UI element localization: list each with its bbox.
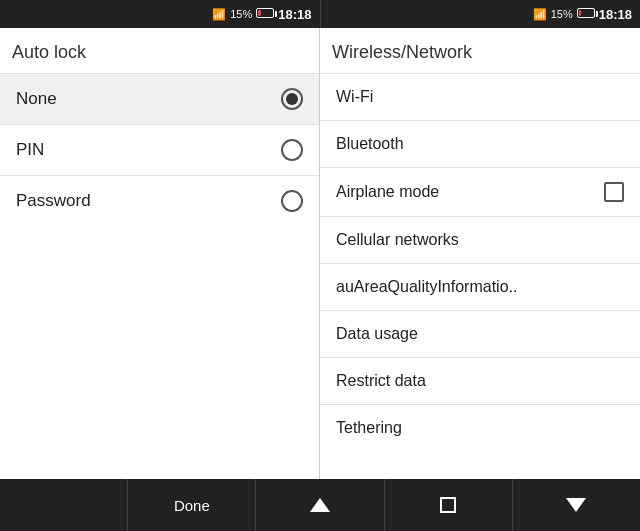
- airplane-mode-checkbox[interactable]: [604, 182, 624, 202]
- left-bottom-bar: [0, 479, 128, 531]
- battery-icon-left: [256, 7, 274, 21]
- time-left: 18:18: [278, 7, 311, 22]
- left-status-bar: 📶 15% 18:18: [0, 0, 321, 28]
- bluetooth-item[interactable]: Bluetooth: [320, 120, 640, 167]
- left-panel: Auto lock None PIN Password: [0, 28, 320, 479]
- nav-stop-bar[interactable]: [385, 479, 513, 531]
- tethering-label: Tethering: [336, 419, 402, 437]
- nav-down-bar[interactable]: [513, 479, 640, 531]
- bluetooth-label: Bluetooth: [336, 135, 404, 153]
- sim-icon-left: 📶: [212, 8, 226, 21]
- autolock-pin-item[interactable]: PIN: [0, 124, 319, 175]
- au-area-item[interactable]: auAreaQualityInformatio..: [320, 263, 640, 310]
- autolock-password-label: Password: [16, 191, 91, 211]
- done-button[interactable]: Done: [174, 497, 210, 514]
- data-usage-label: Data usage: [336, 325, 418, 343]
- wifi-label: Wi-Fi: [336, 88, 373, 106]
- airplane-mode-item[interactable]: Airplane mode: [320, 167, 640, 216]
- sim-icon-right: 📶: [533, 8, 547, 21]
- battery-percent-left: 15%: [230, 8, 252, 20]
- restrict-data-item[interactable]: Restrict data: [320, 357, 640, 404]
- wifi-item[interactable]: Wi-Fi: [320, 73, 640, 120]
- left-panel-title: Auto lock: [0, 28, 319, 73]
- autolock-none-item[interactable]: None: [0, 73, 319, 124]
- battery-percent-right: 15%: [551, 8, 573, 20]
- right-panel: Wireless/Network Wi-Fi Bluetooth Airplan…: [320, 28, 640, 479]
- au-area-label: auAreaQualityInformatio..: [336, 278, 517, 296]
- battery-icon-right: [577, 7, 595, 21]
- cellular-networks-item[interactable]: Cellular networks: [320, 216, 640, 263]
- right-status-bar: 📶 15% 18:18: [321, 0, 641, 28]
- radio-password: [281, 190, 303, 212]
- done-bar[interactable]: Done: [128, 479, 256, 531]
- restrict-data-label: Restrict data: [336, 372, 426, 390]
- tethering-item[interactable]: Tethering: [320, 404, 640, 451]
- nav-stop-icon[interactable]: [440, 497, 456, 513]
- autolock-pin-label: PIN: [16, 140, 44, 160]
- radio-none: [281, 88, 303, 110]
- right-panel-title: Wireless/Network: [320, 28, 640, 73]
- nav-up-icon[interactable]: [310, 498, 330, 512]
- autolock-none-label: None: [16, 89, 57, 109]
- airplane-mode-label: Airplane mode: [336, 183, 439, 201]
- data-usage-item[interactable]: Data usage: [320, 310, 640, 357]
- radio-pin: [281, 139, 303, 161]
- time-right: 18:18: [599, 7, 632, 22]
- nav-down-icon[interactable]: [566, 498, 586, 512]
- nav-up-bar[interactable]: [256, 479, 384, 531]
- autolock-password-item[interactable]: Password: [0, 175, 319, 226]
- cellular-networks-label: Cellular networks: [336, 231, 459, 249]
